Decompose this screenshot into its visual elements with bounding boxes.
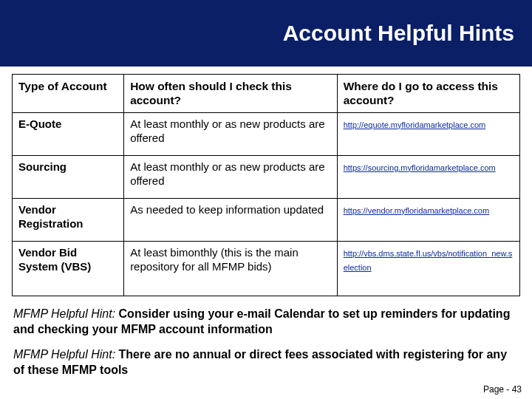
th-access: Where do I go to access this account? <box>337 75 519 113</box>
hint-paragraph: MFMP Helpful Hint: Consider using your e… <box>12 307 520 338</box>
table-row: E-Quote At least monthly or as new produ… <box>13 112 520 155</box>
hint-lead: MFMP Helpful Hint: <box>13 348 119 361</box>
cell-access: https://vendor.myfloridamarketplace.com <box>337 198 519 241</box>
content-area: Type of Account How often should I check… <box>0 66 532 378</box>
cell-type: Vendor Registration <box>13 198 124 241</box>
cell-type: Sourcing <box>13 155 124 198</box>
cell-frequency: As needed to keep information updated <box>124 198 338 241</box>
th-frequency: How often should I check this account? <box>124 75 338 113</box>
table-header-row: Type of Account How often should I check… <box>13 75 520 113</box>
cell-access: https://sourcing.myfloridamarketplace.co… <box>337 155 519 198</box>
access-link[interactable]: https://sourcing.myfloridamarketplace.co… <box>344 163 496 172</box>
cell-access: http://vbs.dms.state.fl.us/vbs/notificat… <box>337 241 519 296</box>
hints-table: Type of Account How often should I check… <box>12 74 520 296</box>
cell-access: http://equote.myfloridamarketplace.com <box>337 112 519 155</box>
cell-type: Vendor Bid System (VBS) <box>13 241 124 296</box>
access-link[interactable]: http://equote.myfloridamarketplace.com <box>344 120 486 129</box>
cell-frequency: At least monthly or as new products are … <box>124 112 338 155</box>
hint-lead: MFMP Helpful Hint: <box>13 307 119 320</box>
page-title: Account Helpful Hints <box>283 21 514 46</box>
table-row: Sourcing At least monthly or as new prod… <box>13 155 520 198</box>
access-link[interactable]: http://vbs.dms.state.fl.us/vbs/notificat… <box>344 249 513 272</box>
th-type: Type of Account <box>13 75 124 113</box>
page-number: Page - 43 <box>483 384 522 395</box>
slide-header: Account Helpful Hints <box>0 0 532 66</box>
access-link[interactable]: https://vendor.myfloridamarketplace.com <box>344 206 489 215</box>
hint-paragraph: MFMP Helpful Hint: There are no annual o… <box>12 347 520 378</box>
cell-type: E-Quote <box>13 112 124 155</box>
cell-frequency: At least monthly or as new products are … <box>124 155 338 198</box>
cell-frequency: At least bimonthly (this is the main rep… <box>124 241 338 296</box>
table-row: Vendor Bid System (VBS) At least bimonth… <box>13 241 520 296</box>
table-row: Vendor Registration As needed to keep in… <box>13 198 520 241</box>
